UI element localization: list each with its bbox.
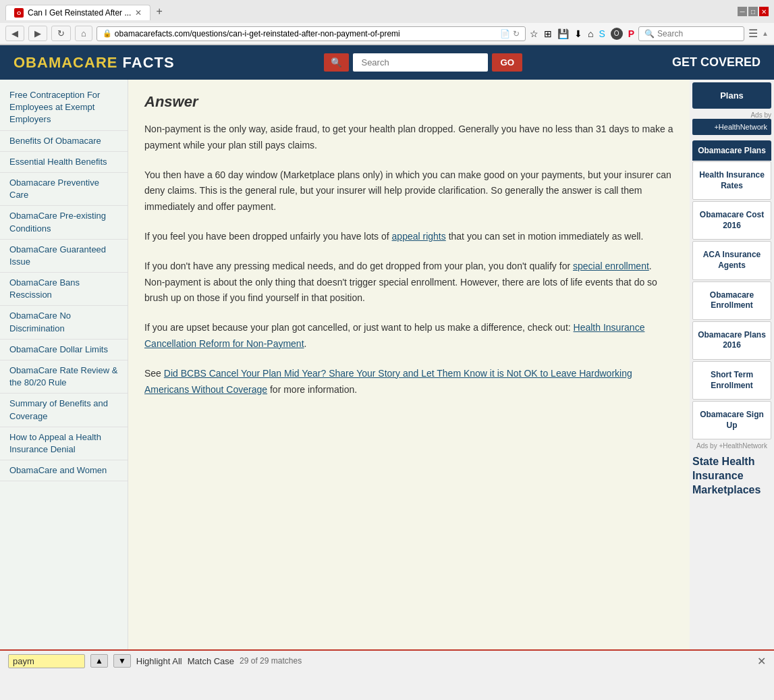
plan-btn-sign-up[interactable]: Obamacare Sign Up bbox=[692, 401, 771, 439]
find-next-button[interactable]: ▼ bbox=[113, 654, 131, 668]
sidebar-item-label: ObamaCare and Women bbox=[9, 465, 107, 475]
para6-text-after: for more information. bbox=[267, 384, 357, 395]
scrollbar-arrow-up[interactable]: ▲ bbox=[762, 30, 769, 37]
sidebar-item-rate-review[interactable]: ObamaCare Rate Review & the 80/20 Rule bbox=[0, 360, 128, 394]
para3-text-after: that you can set in motion immediately a… bbox=[446, 231, 644, 242]
logo-facts: FACTS bbox=[123, 54, 175, 71]
sidebar-item-label: Summary of Benefits and Coverage bbox=[9, 398, 108, 421]
search-icon-button[interactable]: 🔍 bbox=[324, 53, 349, 72]
sidebar-item-preventive-care[interactable]: Obamacare Preventive Care bbox=[0, 173, 128, 206]
window-controls: ─ □ ✕ bbox=[738, 7, 769, 16]
circle-icon[interactable]: O bbox=[611, 28, 623, 40]
ads-by-label: Ads by bbox=[750, 111, 771, 119]
maximize-button[interactable]: □ bbox=[748, 7, 758, 16]
para5-text-after: . bbox=[304, 338, 307, 349]
ads-bottom-label: Ads by +HealthNetwork bbox=[692, 442, 771, 450]
sidebar-item-benefits-obamacare[interactable]: Benefits Of Obamacare bbox=[0, 131, 128, 152]
sidebar-item-label: Benefits Of Obamacare bbox=[9, 136, 101, 146]
special-enrollment-link[interactable]: special enrollment bbox=[573, 261, 649, 271]
skype-icon[interactable]: S bbox=[599, 28, 605, 39]
menu-icon[interactable]: ☰ bbox=[748, 27, 758, 40]
plan-btn-short-term[interactable]: Short Term Enrollment bbox=[692, 361, 771, 400]
sidebar-item-guaranteed-issue[interactable]: ObamaCare Guaranteed Issue bbox=[0, 240, 128, 273]
appeal-rights-link[interactable]: appeal rights bbox=[392, 231, 446, 242]
plans-button[interactable]: Plans bbox=[692, 82, 771, 109]
plan-btn-enrollment[interactable]: Obamacare Enrollment bbox=[692, 281, 771, 320]
sidebar-item-label: Obamacare Preventive Care bbox=[9, 178, 99, 200]
home-button[interactable]: ⌂ bbox=[75, 26, 92, 41]
plan-btn-health-insurance-rates[interactable]: Health Insurance Rates bbox=[692, 161, 771, 200]
pinterest-icon[interactable]: P bbox=[628, 28, 634, 39]
browser-tab[interactable]: O Can I Get Reinstated After ... ✕ bbox=[5, 5, 150, 20]
refresh-button[interactable]: ↻ bbox=[51, 26, 71, 41]
plan-btn-aca-agents[interactable]: ACA Insurance Agents bbox=[692, 241, 771, 279]
para4-text-before: If you don't have any pressing medical n… bbox=[144, 261, 573, 271]
paragraph-2: You then have a 60 day window (Marketpla… bbox=[144, 167, 673, 215]
address-bar[interactable] bbox=[115, 29, 497, 38]
nav-search: 🔍 bbox=[638, 26, 744, 41]
find-close-button[interactable]: ✕ bbox=[757, 655, 766, 668]
star-icon[interactable]: ☆ bbox=[530, 28, 538, 39]
reload-icon[interactable]: ↻ bbox=[513, 29, 520, 38]
forward-button[interactable]: ▶ bbox=[28, 26, 47, 41]
nav-search-input[interactable] bbox=[657, 29, 738, 38]
ads-label-top: Ads by bbox=[692, 111, 771, 119]
highlight-all-label[interactable]: Highlight All bbox=[136, 656, 182, 666]
sidebar-item-pre-existing[interactable]: ObamaCare Pre-existing Conditions bbox=[0, 206, 128, 239]
tab-close-button[interactable]: ✕ bbox=[135, 8, 142, 18]
sidebar-item-essential-health-benefits[interactable]: Essential Health Benefits bbox=[0, 152, 128, 173]
puzzle-icon[interactable]: ⊞ bbox=[544, 28, 552, 39]
back-button[interactable]: ◀ bbox=[5, 26, 24, 41]
right-sidebar: Plans Ads by +HealthNetwork Obamacare Pl… bbox=[690, 80, 774, 649]
close-button[interactable]: ✕ bbox=[759, 7, 769, 16]
plan-btn-obamacare-cost[interactable]: Obamacare Cost 2016 bbox=[692, 201, 771, 240]
home-nav-icon[interactable]: ⌂ bbox=[588, 28, 593, 39]
health-network-label: +HealthNetwork bbox=[714, 123, 767, 131]
get-covered-button[interactable]: GET COVERED bbox=[672, 55, 761, 70]
sidebar-item-summary-benefits[interactable]: Summary of Benefits and Coverage bbox=[0, 394, 128, 427]
sidebar-item-appeal[interactable]: How to Appeal a Health Insurance Denial bbox=[0, 427, 128, 460]
site-header: OBAMACARE FACTS 🔍 GO GET COVERED bbox=[0, 45, 774, 80]
find-input-wrapper bbox=[8, 654, 85, 668]
find-input[interactable] bbox=[13, 656, 80, 666]
sidebar-item-free-contraception[interactable]: Free Contraception For Employees at Exem… bbox=[0, 85, 128, 131]
sidebar-item-label: ObamaCare Dollar Limits bbox=[9, 344, 108, 354]
tab-favicon: O bbox=[14, 8, 24, 18]
minimize-button[interactable]: ─ bbox=[738, 7, 747, 16]
sidebar-item-label: Free Contraception For Employees at Exem… bbox=[9, 90, 100, 124]
answer-heading: Answer bbox=[144, 93, 673, 111]
nav-icons: ☆ ⊞ 💾 ⬇ ⌂ S O P bbox=[530, 28, 634, 40]
new-tab-button[interactable]: + bbox=[150, 3, 167, 20]
para5-text-before: If you are upset because your plan got c… bbox=[144, 322, 574, 333]
sidebar-item-no-discrimination[interactable]: ObamaCare No Discrimination bbox=[0, 306, 128, 339]
search-go-button[interactable]: GO bbox=[492, 53, 522, 72]
tab-title: Can I Get Reinstated After ... bbox=[28, 8, 131, 18]
sidebar-item-bans-rescission[interactable]: ObamaCare Bans Rescission bbox=[0, 273, 128, 306]
paragraph-1: Non-payment is the only way, aside fraud… bbox=[144, 122, 673, 154]
header-search-input[interactable] bbox=[353, 53, 488, 72]
sidebar-item-label: ObamaCare Rate Review & the 80/20 Rule bbox=[9, 365, 117, 387]
main-content: Answer Non-payment is the only way, asid… bbox=[128, 80, 690, 649]
sidebar-item-label: ObamaCare Pre-existing Conditions bbox=[9, 211, 106, 233]
header-search: 🔍 GO bbox=[324, 53, 522, 72]
address-bar-container: 🔒 📄 ↻ bbox=[96, 26, 526, 41]
search-nav-icon: 🔍 bbox=[644, 29, 655, 38]
sidebar-item-label: Essential Health Benefits bbox=[9, 157, 107, 167]
bcbs-link[interactable]: Did BCBS Cancel Your Plan Mid Year? Shar… bbox=[144, 368, 632, 395]
pocket-icon[interactable]: 💾 bbox=[557, 28, 569, 39]
plan-btn-plans-2016[interactable]: Obamacare Plans 2016 bbox=[692, 321, 771, 360]
paragraph-6: See Did BCBS Cancel Your Plan Mid Year? … bbox=[144, 366, 673, 398]
paragraph-5: If you are upset because your plan got c… bbox=[144, 320, 673, 352]
health-network-ad[interactable]: +HealthNetwork bbox=[692, 119, 771, 135]
sidebar-item-women[interactable]: ObamaCare and Women bbox=[0, 460, 128, 481]
sidebar-item-label: ObamaCare Guaranteed Issue bbox=[9, 244, 106, 267]
reader-icon[interactable]: 📄 bbox=[500, 29, 510, 38]
sidebar-item-dollar-limits[interactable]: ObamaCare Dollar Limits bbox=[0, 340, 128, 360]
lock-icon: 🔒 bbox=[103, 29, 112, 38]
download-icon[interactable]: ⬇ bbox=[574, 28, 582, 39]
match-case-label[interactable]: Match Case bbox=[188, 656, 234, 666]
sidebar-item-label: ObamaCare No Discrimination bbox=[9, 311, 71, 333]
paragraph-3: If you feel you have been dropped unfair… bbox=[144, 229, 673, 245]
find-prev-button[interactable]: ▲ bbox=[90, 654, 108, 668]
paragraph-4: If you don't have any pressing medical n… bbox=[144, 259, 673, 306]
